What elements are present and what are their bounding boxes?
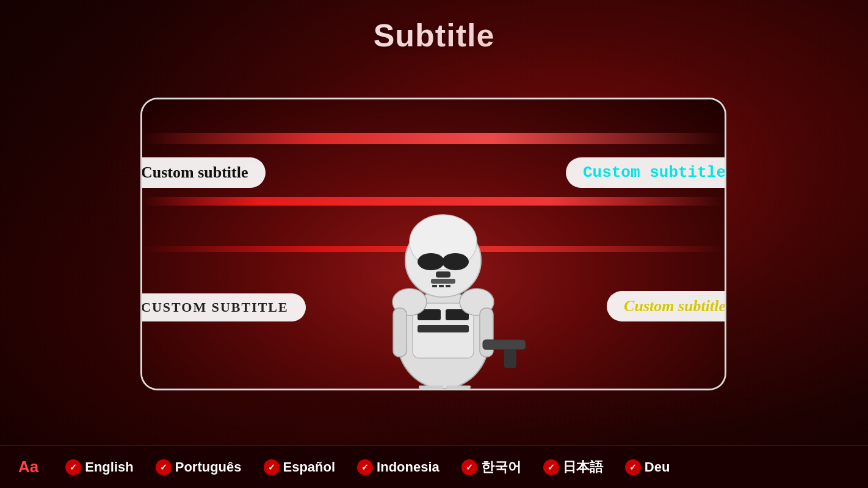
stormtrooper-image	[345, 145, 541, 389]
font-size-indicator: Aa	[12, 458, 45, 476]
language-item-japanese[interactable]: 日本語	[532, 458, 614, 476]
language-item-korean[interactable]: 한국어	[450, 458, 532, 476]
check-icon-indonesia	[357, 459, 373, 475]
subtitle-bottom-right[interactable]: Custom subtitle	[607, 291, 726, 321]
language-label-korean: 한국어	[481, 458, 521, 476]
language-item-english[interactable]: English	[54, 459, 144, 475]
page-title: Subtitle	[0, 0, 868, 54]
svg-rect-13	[436, 271, 450, 278]
language-label-japanese: 日本語	[563, 458, 603, 476]
language-item-portugues[interactable]: Português	[145, 459, 253, 475]
svg-point-11	[418, 253, 444, 270]
svg-rect-20	[419, 386, 443, 389]
svg-rect-17	[446, 285, 450, 287]
language-item-espanol[interactable]: Español	[253, 459, 347, 475]
check-icon-japanese	[543, 459, 559, 475]
svg-rect-16	[439, 285, 444, 287]
check-icon-portugues	[156, 459, 172, 475]
subtitle-preview-area: Custom subtitle Custom subtitle CUSTOM S…	[140, 98, 726, 390]
red-beam-top	[142, 133, 725, 144]
language-label-espanol: Español	[283, 459, 336, 475]
check-icon-korean	[461, 459, 477, 475]
language-item-indonesia[interactable]: Indonesia	[346, 459, 450, 475]
language-label-deutsch: Deu	[645, 459, 670, 475]
subtitle-top-right[interactable]: Custom subtitle	[566, 157, 726, 188]
check-icon-deutsch	[625, 459, 641, 475]
svg-point-12	[442, 253, 469, 270]
language-label-english: English	[85, 459, 133, 475]
language-item-deutsch[interactable]: Deu	[614, 459, 681, 475]
subtitle-top-left[interactable]: Custom subtitle	[140, 157, 266, 188]
svg-rect-18	[483, 340, 526, 350]
svg-rect-21	[446, 386, 471, 389]
svg-rect-7	[393, 308, 407, 357]
language-bar: Aa English Português Español Indonesia 한…	[0, 445, 868, 488]
subtitle-bottom-left[interactable]: CUSTOM SUBTITLE	[140, 293, 306, 321]
svg-rect-4	[418, 325, 469, 332]
check-icon-english	[65, 459, 81, 475]
check-icon-espanol	[264, 459, 280, 475]
svg-rect-14	[431, 279, 455, 284]
svg-rect-15	[432, 285, 437, 287]
language-label-portugues: Português	[175, 459, 242, 475]
language-label-indonesia: Indonesia	[377, 459, 439, 475]
svg-rect-19	[504, 350, 516, 368]
